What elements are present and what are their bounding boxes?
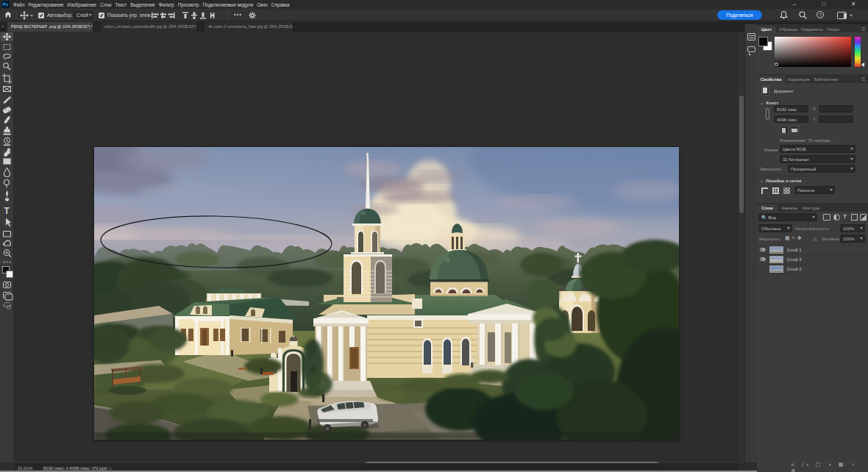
svg-text:T: T bbox=[4, 206, 10, 216]
